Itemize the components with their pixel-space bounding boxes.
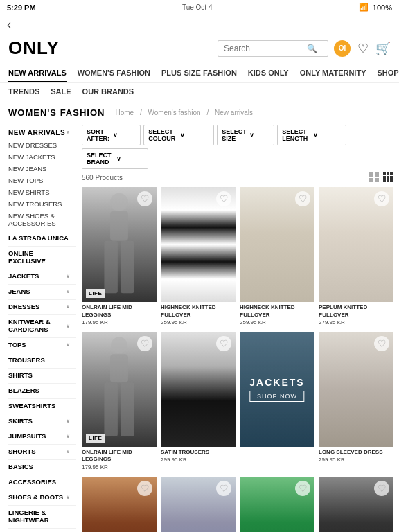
sidebar-item-new-jackets[interactable]: NEW JACKETS: [8, 151, 76, 163]
sidebar-item-trousers[interactable]: TROUSERS: [8, 353, 76, 366]
wishlist-heart-button[interactable]: ♡: [137, 191, 152, 206]
nav-new-arrivals[interactable]: NEW ARRIVALS: [8, 64, 66, 82]
product-card[interactable]: ♡ SATIN TROUSERS 299.95 KR: [161, 332, 236, 472]
product-price: 279.95 KR: [319, 319, 393, 326]
sidebar-item-shoes[interactable]: SHOES & BOOTS ∨: [8, 490, 76, 504]
sidebar-item-knitwear[interactable]: KNITWEAR & CARDIGANS ∨: [8, 314, 76, 336]
product-card[interactable]: ♡ HIGHNECK KNITTED PULLOVER 259.95 KR: [161, 187, 236, 328]
sidebar-item-new-shoes[interactable]: NEW SHOES & ACCESSORIES: [8, 210, 76, 229]
wishlist-heart-button[interactable]: ♡: [374, 336, 389, 351]
wishlist-button[interactable]: ♡: [357, 41, 369, 56]
content-area: SORT AFTER: ∨ SELECT COLOUR ∨ SELECT SIZ…: [76, 121, 399, 532]
sidebar-item-shorts[interactable]: SHORTS ∨: [8, 444, 76, 458]
sidebar-item-sweatshirts[interactable]: SWEATSHIRTS: [8, 398, 76, 412]
chevron-icon: ∨: [66, 273, 70, 279]
wishlist-heart-button[interactable]: ♡: [216, 191, 231, 206]
list-view-button[interactable]: [382, 172, 393, 183]
cart-button[interactable]: 🛒: [375, 41, 391, 56]
sidebar-item-new-dresses[interactable]: NEW DRESSES: [8, 139, 76, 151]
sidebar-item-tops[interactable]: TOPS ∨: [8, 337, 76, 351]
search-input[interactable]: [224, 44, 307, 53]
sidebar-item-new-jeans[interactable]: NEW JEANS: [8, 163, 76, 175]
product-name: HIGHNECK KNITTED PULLOVER: [240, 304, 314, 319]
length-filter[interactable]: SELECT LENGTH ∨: [277, 125, 346, 145]
colour-filter[interactable]: SELECT COLOUR ∨: [143, 125, 214, 145]
promo-title: JACKETS: [249, 377, 304, 388]
sort-chevron-icon: ∨: [113, 132, 136, 139]
breadcrumb-womens[interactable]: Women's fashion: [148, 109, 200, 116]
sidebar-item-skirts[interactable]: SKIRTS ∨: [8, 414, 76, 427]
sidebar-item-jeans[interactable]: JEANS ∨: [8, 284, 76, 298]
nav-our-brands[interactable]: OUR BRANDS: [82, 83, 134, 100]
nav-trends[interactable]: TRENDS: [8, 83, 39, 100]
wishlist-heart-button[interactable]: ♡: [295, 191, 310, 206]
nav-maternity[interactable]: ONLY MATERNITY: [300, 64, 366, 82]
product-price: 299.95 KR: [161, 456, 236, 463]
primary-nav: NEW ARRIVALS WOMEN'S FASHION PLUS SIZE F…: [0, 64, 399, 83]
breadcrumb-current: New arrivals: [215, 109, 253, 116]
product-info: [240, 447, 314, 465]
nav-womens-fashion[interactable]: WOMEN'S FASHION: [78, 64, 150, 82]
wishlist-heart-button[interactable]: ♡: [216, 481, 231, 496]
back-bar: ‹: [0, 15, 399, 35]
secondary-nav: TRENDS SALE OUR BRANDS: [0, 83, 399, 100]
nav-shop-him[interactable]: SHOP FOR HIM: [377, 64, 399, 82]
product-badge: LIFE: [86, 434, 105, 443]
product-card[interactable]: ♡ HIGHNECK KNITTED PULLOVER 259.95 KR: [240, 187, 314, 328]
user-avatar[interactable]: OI: [334, 40, 351, 57]
wishlist-heart-button[interactable]: ♡: [137, 481, 152, 496]
nav-plus-size[interactable]: PLUS SIZE FASHION: [161, 64, 237, 82]
sidebar-item-new-trousers[interactable]: NEW TROUSERS: [8, 198, 76, 210]
svg-rect-10: [383, 179, 386, 182]
sidebar-item-basics[interactable]: BASICS: [8, 459, 76, 473]
view-icons: [369, 172, 393, 183]
wishlist-heart-button[interactable]: ♡: [295, 481, 310, 496]
wifi-icon: 📶: [359, 3, 369, 12]
product-name: PEPLUM KNITTED PULLOVER: [319, 304, 393, 319]
product-image: LIFE ♡: [82, 187, 157, 302]
sidebar-item-blazers[interactable]: BLAZERS: [8, 383, 76, 397]
nav-kids[interactable]: KIDS ONLY: [248, 64, 289, 82]
wishlist-heart-button[interactable]: ♡: [216, 336, 231, 351]
svg-rect-9: [390, 176, 393, 179]
wishlist-heart-button[interactable]: ♡: [137, 336, 152, 351]
search-bar[interactable]: 🔍: [218, 40, 328, 57]
product-card[interactable]: ♡ PUFF SLEEVED KNITTED PULLO... 269.95 K…: [240, 477, 314, 532]
sort-filter[interactable]: SORT AFTER: ∨: [82, 125, 141, 145]
nav-sale[interactable]: SALE: [51, 83, 71, 100]
chevron-icon: ∨: [66, 288, 70, 294]
grid-view-button[interactable]: [369, 172, 380, 183]
status-time: 5:29 PM: [7, 3, 36, 12]
sidebar-item-online-exclusive[interactable]: ONLINE EXCLUSIVE: [8, 246, 76, 267]
sidebar-item-dresses[interactable]: DRESSES ∨: [8, 299, 76, 313]
sidebar-item-la-strada[interactable]: LA STRADA UNICA: [8, 231, 76, 245]
promo-card[interactable]: JACKETS SHOP NOW: [240, 332, 314, 472]
svg-rect-0: [369, 172, 373, 177]
wishlist-heart-button[interactable]: ♡: [374, 481, 389, 496]
sidebar-item-new-shirts[interactable]: NEW SHIRTS: [8, 186, 76, 198]
svg-rect-15: [104, 241, 117, 294]
back-button[interactable]: ‹: [7, 17, 11, 32]
sidebar-item-shirts[interactable]: SHIRTS: [8, 368, 76, 382]
product-card[interactable]: ♡ PEPLUM KNITTED PULLOVER 279.95 KR: [319, 187, 393, 328]
sidebar-item-lingerie[interactable]: LINGERIE & NIGHTWEAR: [8, 505, 76, 526]
product-card[interactable]: ♡ LONG SLEEVED DRESS 299.95 KR: [319, 332, 393, 472]
svg-rect-20: [121, 382, 134, 436]
chevron-icon: ∨: [66, 433, 70, 439]
product-card[interactable]: ♡ LONG SLEEVED KNIT DRESS 279.95 KR: [82, 477, 157, 532]
product-card[interactable]: ♡ PEPLUM KNITTED PULLOVER 279.95 KR: [319, 477, 393, 532]
product-card[interactable]: LIFE ♡ ONLRAIN LIFE MID LEGGINGS 179.95 …: [82, 332, 157, 472]
product-card[interactable]: ♡ ONLCORAL LIFE 5L SKINNY FIT J... 269.9…: [161, 477, 236, 532]
product-info: LONG SLEEVED DRESS 299.95 KR: [319, 447, 393, 465]
size-filter[interactable]: SELECT SIZE ∨: [217, 125, 274, 145]
sidebar-item-new-tops[interactable]: NEW TOPS: [8, 175, 76, 186]
brand-filter[interactable]: SELECT BRAND ∨: [82, 148, 148, 169]
sidebar-item-jackets[interactable]: JACKETS ∨: [8, 269, 76, 283]
sidebar-item-jumpsuits[interactable]: JUMPSUITS ∨: [8, 429, 76, 443]
wishlist-heart-button[interactable]: ♡: [374, 191, 389, 206]
sidebar-item-swimwear[interactable]: SWIMWEAR: [8, 528, 76, 532]
sidebar-new-arrivals-title[interactable]: NEW ARRIVALS ∧: [8, 126, 76, 139]
product-card[interactable]: LIFE ♡ ONLRAIN LIFE MID LEGGINGS 179.95 …: [82, 187, 157, 328]
breadcrumb-home[interactable]: Home: [115, 109, 134, 116]
sidebar-item-accessories[interactable]: ACCESSORIES: [8, 475, 76, 488]
